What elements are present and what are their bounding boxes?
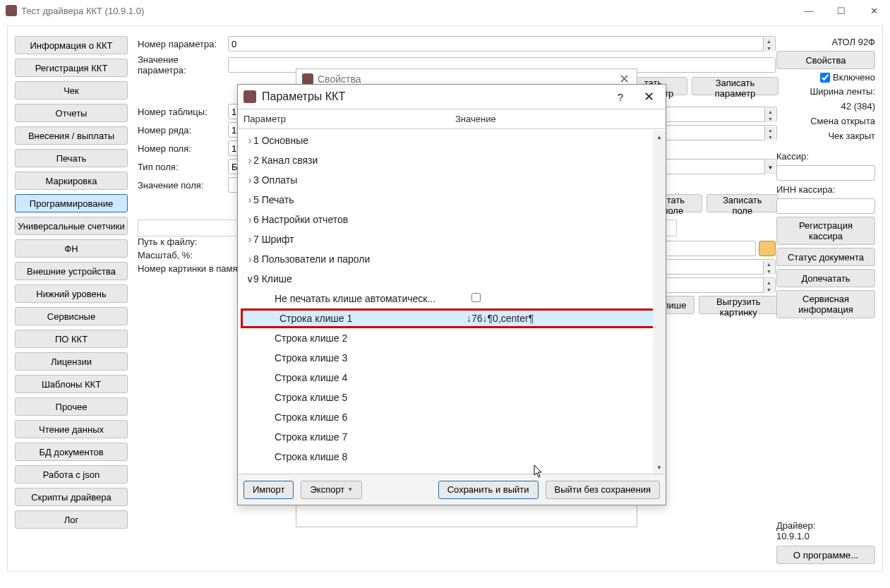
input-aux-1[interactable]: ▲▼ <box>660 107 777 122</box>
tree-group[interactable]: ›8 Пользователи и пароли <box>238 249 666 269</box>
sidebar-item-1[interactable]: Регистрация ККТ <box>15 59 128 77</box>
sidebar-item-21[interactable]: Лог <box>15 510 128 529</box>
app-icon <box>6 5 17 16</box>
register-cashier-button[interactable]: Регистрация кассира <box>776 217 875 245</box>
sidebar-item-15[interactable]: Шаблоны ККТ <box>15 375 128 393</box>
params-tree: Параметр Значение ›1 Основные›2 Канал св… <box>238 109 666 474</box>
chevron-right-icon: › <box>238 155 253 166</box>
write-param-button[interactable]: Записать параметр <box>692 77 778 95</box>
inn-label: ИНН кассира: <box>776 184 875 195</box>
tree-row[interactable]: Строка клише 3 <box>238 348 666 368</box>
tree-group[interactable]: ›5 Печать <box>238 190 666 210</box>
sidebar-item-17[interactable]: Чтение данных <box>15 420 128 438</box>
label-pic-num: Номер картинки в памят <box>138 263 243 274</box>
export-button[interactable]: Экспорт <box>301 481 362 499</box>
tree-row[interactable]: Строка клише 5 <box>238 388 666 407</box>
scroll-down-icon[interactable]: ▼ <box>653 461 666 474</box>
tree-group[interactable]: ›3 Оплаты <box>238 170 666 190</box>
sidebar-item-19[interactable]: Работа с json <box>15 465 128 484</box>
input-param-num[interactable]: ▲▼ <box>228 36 776 52</box>
tree-row[interactable]: Строка клише 2 <box>238 328 666 348</box>
tree-row[interactable]: Строка клише 4 <box>238 368 666 388</box>
sidebar-item-2[interactable]: Чек <box>15 81 128 100</box>
sidebar-item-11[interactable]: Нижний уровень <box>15 284 128 303</box>
label-param-val: Значение параметра: <box>138 54 225 76</box>
write-field-button[interactable]: Записать поле <box>706 194 778 212</box>
chevron-right-icon: › <box>238 253 253 265</box>
about-button[interactable]: О программе... <box>776 546 875 564</box>
scrollbar[interactable]: ▲ ▼ <box>653 131 666 474</box>
tree-group[interactable]: ›6 Настройки отчетов <box>238 210 666 229</box>
params-kkt-dialog: Параметры ККТ ? ✕ Параметр Значение ›1 О… <box>237 84 666 505</box>
sidebar-item-8[interactable]: Универсальные счетчики <box>15 217 128 235</box>
sidebar-item-6[interactable]: Маркировка <box>15 172 128 190</box>
sidebar-item-3[interactable]: Отчеты <box>15 104 128 122</box>
window-title: Тест драйвера ККТ (10.9.1.0) <box>21 6 144 16</box>
window-titlebar: Тест драйвера ККТ (10.9.1.0) — ☐ ✕ <box>0 0 890 21</box>
input-pic-num[interactable]: ▲▼ <box>660 277 776 293</box>
checkbox[interactable] <box>471 293 481 302</box>
label-file-path: Путь к файлу: <box>138 236 225 247</box>
tree-row[interactable]: Не печатать клише автоматическ... <box>238 289 666 308</box>
sidebar-item-10[interactable]: Внешние устройства <box>15 262 128 280</box>
combo-aux[interactable]: ▼ <box>660 159 777 174</box>
input-aux-2[interactable]: ▲▼ <box>660 125 777 140</box>
tree-group[interactable]: ›1 Основные <box>238 131 666 150</box>
column-parameter: Параметр <box>238 109 450 128</box>
app-icon <box>302 73 313 85</box>
close-button[interactable]: ✕ <box>858 0 890 21</box>
maximize-button[interactable]: ☐ <box>825 0 858 21</box>
label-table-num: Номер таблицы: <box>138 107 225 117</box>
label-param-num: Номер параметра: <box>138 39 225 49</box>
sidebar-item-18[interactable]: БД документов <box>15 443 128 461</box>
driver-version: 10.9.1.0 <box>776 531 875 541</box>
input-inn[interactable] <box>776 198 875 214</box>
sidebar-item-5[interactable]: Печать <box>15 149 128 167</box>
input-file-path[interactable] <box>660 241 756 256</box>
sidebar-item-16[interactable]: Прочее <box>15 397 128 416</box>
reprint-button[interactable]: Допечатать <box>776 269 875 287</box>
sidebar-nav: Информация о ККТРегистрация ККТЧекОтчеты… <box>15 36 128 529</box>
properties-dialog-title: Свойства <box>318 73 361 85</box>
label-field-type: Тип поля: <box>138 162 225 172</box>
enabled-checkbox[interactable]: Включено <box>776 72 875 83</box>
input-scale[interactable]: ▲▼ <box>660 259 776 275</box>
sidebar-item-20[interactable]: Скрипты драйвера <box>15 488 128 506</box>
tree-row-selected[interactable]: Строка клише 1↓76↓¶0,center¶ <box>241 308 663 328</box>
browse-folder-icon[interactable] <box>759 241 776 256</box>
import-button[interactable]: Импорт <box>243 481 294 499</box>
tree-row[interactable]: Строка клише 8 <box>238 447 666 467</box>
tree-group[interactable]: ›2 Канал связи <box>238 150 666 170</box>
sidebar-item-7[interactable]: Программирование <box>15 194 128 212</box>
exit-no-save-button[interactable]: Выйти без сохранения <box>546 481 661 499</box>
mouse-cursor <box>534 465 543 478</box>
sidebar-item-0[interactable]: Информация о ККТ <box>15 36 128 54</box>
sidebar-item-14[interactable]: Лицензии <box>15 352 128 371</box>
tree-row[interactable]: Строка клише 7 <box>238 427 666 447</box>
tree-row[interactable]: Строка клише 6 <box>238 407 666 427</box>
cashier-label: Кассир: <box>776 151 875 162</box>
label-scale: Масштаб, %: <box>138 250 225 260</box>
shift-status: Смена открыта <box>776 116 875 126</box>
input-cashier[interactable] <box>776 165 875 181</box>
help-icon[interactable]: ? <box>606 91 635 103</box>
save-and-exit-button[interactable]: Сохранить и выйти <box>438 481 539 499</box>
sidebar-item-13[interactable]: ПО ККТ <box>15 330 128 348</box>
chevron-right-icon: › <box>238 214 253 225</box>
sidebar-item-9[interactable]: ФН <box>15 239 128 258</box>
service-info-button[interactable]: Сервисная информация <box>776 290 875 318</box>
scroll-up-icon[interactable]: ▲ <box>653 131 666 143</box>
sidebar-item-4[interactable]: Внесения / выплаты <box>15 126 128 145</box>
sidebar-item-12[interactable]: Сервисные <box>15 307 128 325</box>
modal-title: Параметры ККТ <box>262 90 345 103</box>
tree-group[interactable]: ›7 Шрифт <box>238 229 666 249</box>
close-icon[interactable]: ✕ <box>635 89 663 104</box>
properties-button[interactable]: Свойства <box>776 51 875 69</box>
column-value: Значение <box>450 109 502 128</box>
minimize-button[interactable]: — <box>793 0 825 21</box>
chevron-down-icon: ∨ <box>238 273 253 284</box>
tree-group[interactable]: ∨9 Клише <box>238 269 666 289</box>
doc-status-button[interactable]: Статус документа <box>776 248 875 266</box>
upload-pic-button[interactable]: Выгрузить картинку <box>699 296 778 314</box>
app-icon <box>243 90 256 103</box>
